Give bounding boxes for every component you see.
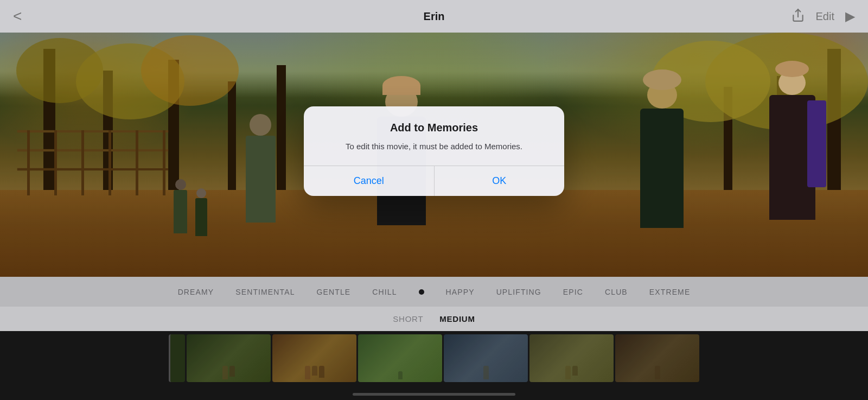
modal-overlay: Add to Memories To edit this movie, it m… (0, 0, 868, 400)
dialog-buttons: Cancel OK (304, 166, 564, 196)
dialog-ok-button[interactable]: OK (435, 166, 565, 196)
dialog-cancel-button[interactable]: Cancel (304, 166, 435, 196)
dialog-message: To edit this movie, it must be added to … (321, 141, 547, 153)
dialog-content: Add to Memories To edit this movie, it m… (304, 106, 564, 166)
dialog-title: Add to Memories (321, 122, 547, 134)
dialog: Add to Memories To edit this movie, it m… (304, 106, 564, 196)
